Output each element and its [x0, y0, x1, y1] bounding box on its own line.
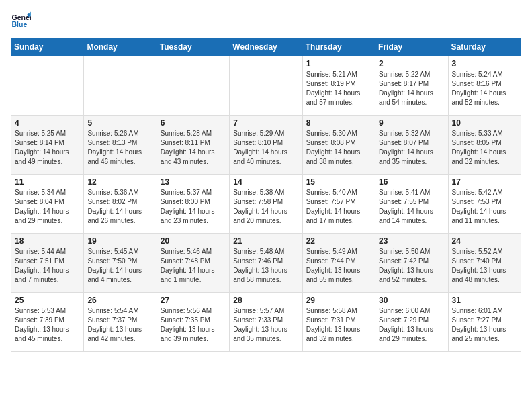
- day-info: Sunrise: 5:29 AM Sunset: 8:10 PM Dayligh…: [233, 129, 298, 167]
- day-number: 21: [233, 236, 298, 246]
- weekday-header-tuesday: Tuesday: [157, 38, 229, 56]
- calendar-cell: 24Sunrise: 5:52 AM Sunset: 7:40 PM Dayli…: [448, 234, 521, 293]
- calendar-cell: 27Sunrise: 5:56 AM Sunset: 7:35 PM Dayli…: [157, 293, 229, 352]
- day-info: Sunrise: 5:22 AM Sunset: 8:17 PM Dayligh…: [379, 70, 444, 107]
- day-number: 10: [452, 118, 517, 128]
- day-number: 9: [379, 118, 444, 128]
- weekday-header-row: SundayMondayTuesdayWednesdayThursdayFrid…: [11, 38, 521, 56]
- calendar-cell: 14Sunrise: 5:38 AM Sunset: 7:58 PM Dayli…: [230, 175, 302, 234]
- calendar-body: 1Sunrise: 5:21 AM Sunset: 8:19 PM Daylig…: [11, 56, 521, 352]
- calendar-header: SundayMondayTuesdayWednesdayThursdayFrid…: [11, 38, 521, 56]
- day-info: Sunrise: 5:28 AM Sunset: 8:11 PM Dayligh…: [161, 129, 226, 167]
- weekday-header-sunday: Sunday: [11, 38, 84, 56]
- day-number: 14: [233, 177, 298, 187]
- calendar-cell: 15Sunrise: 5:40 AM Sunset: 7:57 PM Dayli…: [302, 175, 375, 234]
- day-info: Sunrise: 5:46 AM Sunset: 7:48 PM Dayligh…: [161, 247, 226, 285]
- calendar-week-5: 25Sunrise: 5:53 AM Sunset: 7:39 PM Dayli…: [11, 293, 521, 352]
- calendar-cell: 20Sunrise: 5:46 AM Sunset: 7:48 PM Dayli…: [157, 234, 229, 293]
- calendar-week-1: 1Sunrise: 5:21 AM Sunset: 8:19 PM Daylig…: [11, 56, 521, 116]
- day-number: 25: [15, 295, 80, 305]
- calendar-cell: 10Sunrise: 5:33 AM Sunset: 8:05 PM Dayli…: [448, 116, 521, 175]
- day-number: 18: [15, 236, 80, 246]
- calendar-cell: 29Sunrise: 5:58 AM Sunset: 7:31 PM Dayli…: [302, 293, 375, 352]
- day-info: Sunrise: 5:30 AM Sunset: 8:08 PM Dayligh…: [306, 129, 371, 167]
- day-info: Sunrise: 5:36 AM Sunset: 8:02 PM Dayligh…: [87, 188, 152, 226]
- weekday-header-saturday: Saturday: [448, 38, 521, 56]
- calendar-cell: 23Sunrise: 5:50 AM Sunset: 7:42 PM Dayli…: [375, 234, 448, 293]
- calendar-cell: [230, 56, 302, 116]
- page-header: General Blue: [11, 11, 521, 31]
- calendar-cell: 21Sunrise: 5:48 AM Sunset: 7:46 PM Dayli…: [230, 234, 302, 293]
- day-number: 3: [452, 59, 517, 68]
- day-info: Sunrise: 5:34 AM Sunset: 8:04 PM Dayligh…: [15, 188, 80, 226]
- day-info: Sunrise: 5:53 AM Sunset: 7:39 PM Dayligh…: [15, 306, 80, 344]
- day-number: 29: [306, 295, 371, 305]
- calendar-cell: 17Sunrise: 5:42 AM Sunset: 7:53 PM Dayli…: [448, 175, 521, 234]
- day-number: 1: [306, 59, 371, 68]
- weekday-header-thursday: Thursday: [302, 38, 375, 56]
- calendar-cell: 12Sunrise: 5:36 AM Sunset: 8:02 PM Dayli…: [84, 175, 157, 234]
- day-info: Sunrise: 5:57 AM Sunset: 7:33 PM Dayligh…: [233, 306, 298, 344]
- logo-icon: General Blue: [11, 11, 31, 31]
- day-number: 17: [452, 177, 517, 187]
- calendar-week-2: 4Sunrise: 5:25 AM Sunset: 8:14 PM Daylig…: [11, 116, 521, 175]
- calendar-cell: 6Sunrise: 5:28 AM Sunset: 8:11 PM Daylig…: [157, 116, 229, 175]
- calendar-cell: [84, 56, 157, 116]
- day-info: Sunrise: 5:48 AM Sunset: 7:46 PM Dayligh…: [233, 247, 298, 285]
- day-number: 8: [306, 118, 371, 128]
- day-info: Sunrise: 5:50 AM Sunset: 7:42 PM Dayligh…: [379, 247, 444, 285]
- day-number: 23: [379, 236, 444, 246]
- day-info: Sunrise: 5:41 AM Sunset: 7:55 PM Dayligh…: [379, 188, 444, 226]
- day-number: 6: [161, 118, 226, 128]
- calendar-cell: 9Sunrise: 5:32 AM Sunset: 8:07 PM Daylig…: [375, 116, 448, 175]
- calendar-cell: [11, 56, 84, 116]
- day-info: Sunrise: 5:49 AM Sunset: 7:44 PM Dayligh…: [306, 247, 371, 285]
- day-number: 24: [452, 236, 517, 246]
- day-number: 2: [379, 59, 444, 68]
- day-info: Sunrise: 5:58 AM Sunset: 7:31 PM Dayligh…: [306, 306, 371, 344]
- day-info: Sunrise: 5:54 AM Sunset: 7:37 PM Dayligh…: [87, 306, 152, 344]
- weekday-header-monday: Monday: [84, 38, 157, 56]
- calendar-cell: 4Sunrise: 5:25 AM Sunset: 8:14 PM Daylig…: [11, 116, 84, 175]
- calendar-cell: 8Sunrise: 5:30 AM Sunset: 8:08 PM Daylig…: [302, 116, 375, 175]
- day-info: Sunrise: 5:44 AM Sunset: 7:51 PM Dayligh…: [15, 247, 80, 285]
- day-number: 19: [87, 236, 152, 246]
- day-number: 15: [306, 177, 371, 187]
- day-number: 11: [15, 177, 80, 187]
- day-info: Sunrise: 5:56 AM Sunset: 7:35 PM Dayligh…: [161, 306, 226, 344]
- day-number: 12: [87, 177, 152, 187]
- day-info: Sunrise: 5:40 AM Sunset: 7:57 PM Dayligh…: [306, 188, 371, 226]
- day-number: 7: [233, 118, 298, 128]
- day-number: 27: [161, 295, 226, 305]
- calendar-cell: 22Sunrise: 5:49 AM Sunset: 7:44 PM Dayli…: [302, 234, 375, 293]
- calendar-cell: 7Sunrise: 5:29 AM Sunset: 8:10 PM Daylig…: [230, 116, 302, 175]
- day-info: Sunrise: 5:52 AM Sunset: 7:40 PM Dayligh…: [452, 247, 517, 285]
- calendar-table: SundayMondayTuesdayWednesdayThursdayFrid…: [11, 38, 521, 352]
- day-number: 22: [306, 236, 371, 246]
- calendar-cell: 18Sunrise: 5:44 AM Sunset: 7:51 PM Dayli…: [11, 234, 84, 293]
- day-info: Sunrise: 5:32 AM Sunset: 8:07 PM Dayligh…: [379, 129, 444, 167]
- day-info: Sunrise: 6:01 AM Sunset: 7:27 PM Dayligh…: [452, 306, 517, 344]
- day-number: 20: [161, 236, 226, 246]
- day-info: Sunrise: 6:00 AM Sunset: 7:29 PM Dayligh…: [379, 306, 444, 344]
- calendar-week-4: 18Sunrise: 5:44 AM Sunset: 7:51 PM Dayli…: [11, 234, 521, 293]
- day-number: 4: [15, 118, 80, 128]
- calendar-cell: 26Sunrise: 5:54 AM Sunset: 7:37 PM Dayli…: [84, 293, 157, 352]
- weekday-header-wednesday: Wednesday: [230, 38, 302, 56]
- day-info: Sunrise: 5:26 AM Sunset: 8:13 PM Dayligh…: [87, 129, 152, 167]
- calendar-cell: 5Sunrise: 5:26 AM Sunset: 8:13 PM Daylig…: [84, 116, 157, 175]
- calendar-cell: 25Sunrise: 5:53 AM Sunset: 7:39 PM Dayli…: [11, 293, 84, 352]
- day-number: 28: [233, 295, 298, 305]
- calendar-cell: 19Sunrise: 5:45 AM Sunset: 7:50 PM Dayli…: [84, 234, 157, 293]
- calendar-cell: 28Sunrise: 5:57 AM Sunset: 7:33 PM Dayli…: [230, 293, 302, 352]
- calendar-cell: 31Sunrise: 6:01 AM Sunset: 7:27 PM Dayli…: [448, 293, 521, 352]
- day-number: 5: [87, 118, 152, 128]
- calendar-cell: 2Sunrise: 5:22 AM Sunset: 8:17 PM Daylig…: [375, 56, 448, 116]
- day-number: 16: [379, 177, 444, 187]
- day-info: Sunrise: 5:24 AM Sunset: 8:16 PM Dayligh…: [452, 70, 517, 107]
- day-info: Sunrise: 5:42 AM Sunset: 7:53 PM Dayligh…: [452, 188, 517, 226]
- day-info: Sunrise: 5:21 AM Sunset: 8:19 PM Dayligh…: [306, 70, 371, 107]
- day-number: 26: [87, 295, 152, 305]
- calendar-cell: 13Sunrise: 5:37 AM Sunset: 8:00 PM Dayli…: [157, 175, 229, 234]
- calendar-cell: 16Sunrise: 5:41 AM Sunset: 7:55 PM Dayli…: [375, 175, 448, 234]
